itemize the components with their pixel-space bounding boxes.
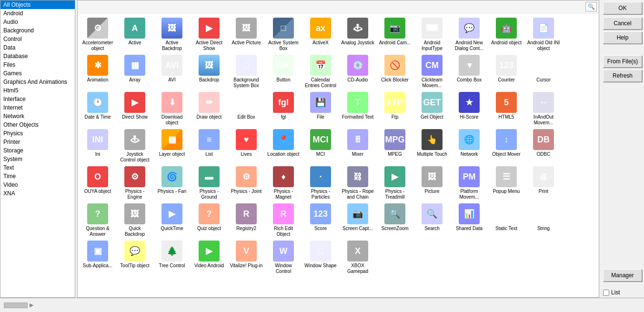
object-item-getobj[interactable]: GETGet Object (414, 90, 450, 126)
object-item-avi[interactable]: AVIAVI (154, 52, 190, 89)
object-item-counter[interactable]: 123Counter (488, 52, 524, 89)
object-item-active[interactable]: AActive (117, 15, 153, 51)
sidebar-item-network[interactable]: Network (0, 112, 75, 121)
sidebar-item-files[interactable]: Files (0, 60, 75, 69)
object-item-animation[interactable]: ✱Animation (80, 52, 116, 89)
manager-button[interactable]: Manager (603, 269, 642, 282)
object-item-mpeg[interactable]: MPGMPEG (377, 127, 413, 163)
object-item-button[interactable]: OKButton (265, 52, 302, 89)
object-item-quicktime[interactable]: ▶QuickTime (154, 201, 190, 237)
sidebar-item-system[interactable]: System (0, 155, 75, 163)
object-item-hiscore[interactable]: ★Hi-Score (451, 90, 487, 126)
object-item-array[interactable]: ▦Array (117, 52, 153, 89)
sidebar-item-graphics-and-animations[interactable]: Graphics And Animations (0, 78, 75, 86)
object-item-androidobj[interactable]: 🤖Android object (488, 15, 524, 51)
object-item-list[interactable]: ≡List (191, 127, 227, 163)
object-item-multitouch[interactable]: 👆Multiple Touch (414, 127, 450, 163)
object-item-html5[interactable]: 5HTML5 (488, 90, 524, 126)
object-item-combobox[interactable]: ▾Combo Box (451, 52, 487, 89)
object-item-print[interactable]: 🖨Print (525, 164, 562, 200)
object-item-lives[interactable]: ♥Lives (228, 127, 264, 163)
object-item-physjoint[interactable]: ⚙Physics - Joint (228, 164, 264, 200)
object-item-tooltip[interactable]: 💬ToolTip object (117, 238, 153, 274)
object-item-physground[interactable]: ▬Physics - Ground (191, 164, 227, 200)
sidebar-item-other-objects[interactable]: Other Objects (0, 121, 75, 129)
object-item-statictext[interactable]: abcStatic Text (488, 201, 524, 237)
object-item-objectmover[interactable]: ↕Object Mover (488, 127, 524, 163)
object-item-cdaudio[interactable]: 💿CD-Audio (340, 52, 376, 89)
object-item-download[interactable]: ⬇Download object (154, 90, 190, 126)
sidebar-item-html5[interactable]: Html5 (0, 86, 75, 95)
object-item-treecontrol[interactable]: 🌲Tree Control (154, 238, 190, 274)
object-item-bkdrop[interactable]: 🖼Backdrop (191, 52, 227, 89)
object-item-qa[interactable]: ?Question & Answer (80, 201, 116, 237)
ok-button[interactable]: OK (603, 2, 642, 14)
sidebar-item-time[interactable]: Time (0, 172, 75, 181)
object-item-xbox[interactable]: XXBOX Gamepad (340, 238, 376, 274)
object-item-string[interactable]: abcString (525, 201, 562, 237)
object-item-search[interactable]: 🔍Search (414, 201, 450, 237)
object-item-editbox[interactable]: AEdit Box (228, 90, 264, 126)
object-item-joystickctrl[interactable]: 🕹Joystick Control object (117, 127, 153, 163)
object-item-quickbackdrop[interactable]: 🖼Quick Backdrop (117, 201, 153, 237)
object-item-popupmenu[interactable]: ☰Popup Menu (488, 164, 524, 200)
object-item-ouya[interactable]: OOUYA object (80, 164, 116, 200)
object-item-physrope[interactable]: ⛓Physics - Rope and Chain (340, 164, 376, 200)
search-icon[interactable]: 🔍 (585, 2, 597, 11)
object-item-location[interactable]: 📍Location object (265, 127, 302, 163)
object-item-bgsysbox[interactable]: □Background System Box (228, 52, 264, 89)
object-item-androidini[interactable]: 📄Android Old INI object (525, 15, 562, 51)
object-item-file[interactable]: 💾File (302, 90, 339, 126)
object-item-draw[interactable]: ✏Draw object (191, 90, 227, 126)
object-item-accel[interactable]: ⚙Accelerometer object (80, 15, 116, 51)
sidebar-item-storage[interactable]: Storage (0, 146, 75, 155)
list-checkbox[interactable] (603, 290, 609, 296)
object-item-screencapt[interactable]: 📷Screen Capt... (340, 201, 376, 237)
object-item-windowctrl[interactable]: WWindow Control (265, 238, 302, 274)
sidebar-item-text[interactable]: Text (0, 163, 75, 172)
object-item-directshow[interactable]: ▶Active Direct Show (191, 15, 227, 51)
sidebar-item-background[interactable]: Background (0, 26, 75, 35)
object-item-vitalize[interactable]: VVitalize! Plug-in (228, 238, 264, 274)
sidebar-item-data[interactable]: Data (0, 43, 75, 52)
object-item-fgl[interactable]: fglfgl (265, 90, 302, 126)
object-item-quiz[interactable]: ?Quiz object (191, 201, 227, 237)
object-item-activex[interactable]: axActiveX (302, 15, 339, 51)
object-item-androiddialog[interactable]: 💬Android New Dialog Cont... (451, 15, 487, 51)
object-item-screenzoom[interactable]: 🔍ScreenZoom (377, 201, 413, 237)
object-item-network[interactable]: 🌐Network (451, 127, 487, 163)
fromfile-button[interactable]: From File(s) (603, 55, 642, 68)
object-item-directshow2[interactable]: ▶Direct Show (117, 90, 153, 126)
sidebar-item-video[interactable]: Video (0, 181, 75, 189)
object-item-phystreadmill[interactable]: ▶Physics - Treadmill (377, 164, 413, 200)
object-item-shareddata[interactable]: 📊Shared Data (451, 201, 487, 237)
object-item-picture[interactable]: 🖼Active Picture (228, 15, 264, 51)
object-item-richedit[interactable]: RRich Edit Object (265, 201, 302, 237)
object-item-systembox[interactable]: □Active System Box (265, 15, 302, 51)
object-item-joystick[interactable]: 🕹Analog Joystick (340, 15, 376, 51)
object-item-clickblocker[interactable]: 🚫Click Blocker (377, 52, 413, 89)
sidebar-item-internet[interactable]: Internet (0, 103, 75, 112)
object-item-score[interactable]: 123Score (302, 201, 339, 237)
object-item-layer[interactable]: ▦Layer object (154, 127, 190, 163)
object-item-picture2[interactable]: 🖼Picture (414, 164, 450, 200)
object-item-formtext[interactable]: TFormatted Text (340, 90, 376, 126)
object-item-ftp[interactable]: FTPFtp (377, 90, 413, 126)
object-item-mixer[interactable]: 🎚Mixer (340, 127, 376, 163)
object-item-subapp[interactable]: ▣Sub-Applica... (80, 238, 116, 274)
sidebar-item-control[interactable]: Control (0, 35, 75, 43)
sidebar-item-xna[interactable]: XNA (0, 189, 75, 198)
object-item-clickteam[interactable]: CMClickteam Movem... (414, 52, 450, 89)
object-item-androidinput[interactable]: ⌨Android InputType (414, 15, 450, 51)
object-item-windowshape[interactable]: □Window Shape (302, 238, 339, 274)
sidebar-item-all-objects[interactable]: All Objects (0, 0, 75, 9)
cancel-button[interactable]: Cancel (603, 17, 642, 30)
object-item-backdrop[interactable]: 🖼Active Backdrop (154, 15, 190, 51)
refresh-button[interactable]: Refresh (603, 70, 642, 82)
sidebar-item-physics[interactable]: Physics (0, 129, 75, 138)
object-item-physengine[interactable]: ⚙Physics - Engine (117, 164, 153, 200)
object-item-calendar[interactable]: 📅Calendar Entries Control (302, 52, 339, 89)
help-button[interactable]: Help (603, 31, 642, 44)
object-item-ini[interactable]: INIIni (80, 127, 116, 163)
sidebar-item-interface[interactable]: Interface (0, 95, 75, 103)
